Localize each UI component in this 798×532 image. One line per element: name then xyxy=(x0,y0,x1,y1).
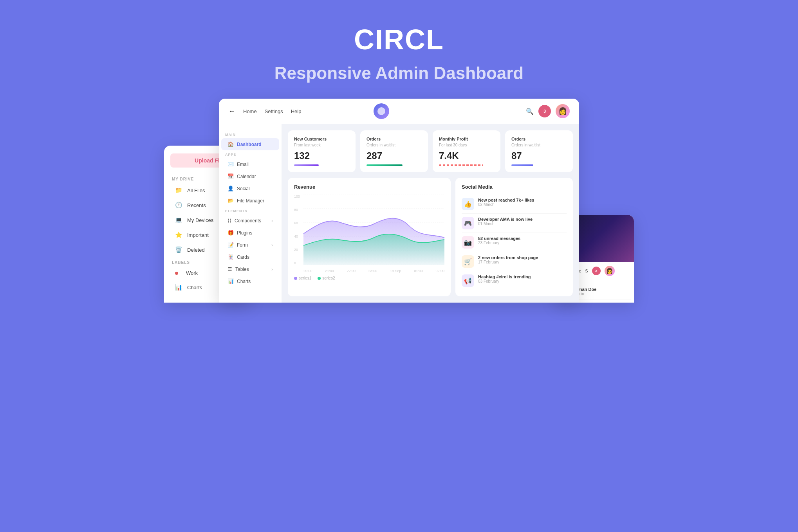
stat-sub-3: Orders in waitlist xyxy=(511,143,567,147)
components-icon: ⟨⟩ xyxy=(227,218,231,224)
social-item-1[interactable]: 🎮 Developer AMA is now live 01 March xyxy=(462,214,567,233)
sidebar-item-charts[interactable]: 📊 Charts xyxy=(221,275,279,287)
back-button[interactable]: ← xyxy=(228,107,235,115)
chart-x-labels: 20:00 21:00 22:00 23:00 19 Sep 01:00 02:… xyxy=(303,269,444,273)
legend-series2: series2 xyxy=(318,276,335,280)
stat-bar-1 xyxy=(367,164,403,166)
hero-subtitle: Responsive Admin Dashboard xyxy=(8,63,790,83)
tables-icon: ☰ xyxy=(227,266,232,272)
social-text-0: New post reached 7k+ likes 02 March xyxy=(478,198,534,207)
main-content: New Customers From last week 132 Orders … xyxy=(282,124,579,303)
calendar-icon: 📅 xyxy=(227,173,234,179)
trash-icon: 🗑️ xyxy=(175,246,182,253)
logo xyxy=(374,103,389,119)
social-icon-1: 🎮 xyxy=(462,217,474,229)
revenue-chart-svg xyxy=(303,195,444,265)
social-icon-0: 👍 xyxy=(462,198,474,210)
stat-bar-2 xyxy=(439,164,483,166)
files-icon: 📂 xyxy=(227,198,234,204)
stat-value-2: 7.4K xyxy=(439,150,459,161)
sidebar-item-cards[interactable]: 🃏 Cards xyxy=(221,251,279,263)
social-text-4: Hashtag #circl is trending 03 February xyxy=(478,274,531,283)
right-actions: 🔍 3 👩 xyxy=(526,104,570,118)
folder-icon: 📁 xyxy=(175,187,182,194)
series2-dot xyxy=(318,277,321,280)
bottom-row: Revenue 100 80 60 40 20 0 xyxy=(288,178,573,296)
social-item-2[interactable]: 📷 52 unread messages 23 February xyxy=(462,233,567,252)
stat-value-0: 132 xyxy=(294,150,310,161)
sidebar-item-form[interactable]: 📝 Form xyxy=(221,239,279,251)
social-icon-2: 📷 xyxy=(462,236,474,249)
search-icon[interactable]: 🔍 xyxy=(526,108,534,115)
nav-settings[interactable]: Settings xyxy=(265,108,283,114)
sidebar-item-plugins[interactable]: 🎁 Plugins xyxy=(221,227,279,239)
stat-title-0: New Customers xyxy=(294,137,349,141)
series1-dot xyxy=(294,277,297,280)
stat-title-1: Orders xyxy=(367,137,422,141)
social-title: Social Media xyxy=(462,184,567,190)
social-item-3[interactable]: 🛒 2 new orders from shop page 17 Februar… xyxy=(462,252,567,271)
social-icon-3: 🛒 xyxy=(462,255,474,268)
nav-links: Home Settings Help xyxy=(243,108,301,114)
stat-card-2: Monthly Profit For last 30 days 7.4K xyxy=(433,130,500,172)
cards-icon: 🃏 xyxy=(227,254,234,260)
social-item-4[interactable]: 📢 Hashtag #circl is trending 03 February xyxy=(462,271,567,290)
hero-section: CIRCL Responsive Admin Dashboard xyxy=(0,0,798,99)
notif-badge-right[interactable]: 3 xyxy=(592,267,601,275)
dash-body: Main 🏠 Dashboard Apps ✉️ Email 📅 Calenda… xyxy=(219,124,579,303)
sidebar-item-filemanager[interactable]: 📂 File Manager xyxy=(221,195,279,207)
stat-sub-2: For last 30 days xyxy=(439,143,494,147)
stat-card-3: Orders Orders in waitlist 87 xyxy=(505,130,573,172)
settings-link-right[interactable]: S xyxy=(585,269,588,273)
clock-icon: 🕐 xyxy=(175,202,182,209)
sidebar-item-components[interactable]: ⟨⟩ Components xyxy=(221,215,279,227)
notification-badge[interactable]: 3 xyxy=(538,105,551,117)
chart-y-labels: 100 80 60 40 20 0 xyxy=(294,195,303,265)
main-dashboard: ← Home Settings Help 🔍 3 👩 Main 🏠 xyxy=(219,99,579,303)
stat-row-2: 7.4K xyxy=(439,150,494,161)
legend-row: series1 series2 xyxy=(294,276,444,280)
sidebar-item-email[interactable]: ✉️ Email xyxy=(221,158,279,170)
stat-title-2: Monthly Profit xyxy=(439,137,494,141)
revenue-card: Revenue 100 80 60 40 20 0 xyxy=(288,178,451,296)
sidebar-item-dashboard[interactable]: 🏠 Dashboard xyxy=(221,138,279,150)
stat-sub-0: From last week xyxy=(294,143,349,147)
chart-icon: 📊 xyxy=(175,284,182,291)
nav-home[interactable]: Home xyxy=(243,108,257,114)
dashboard-preview: Upload Fi MY DRIVE 📁 All Files 🕐 Recents… xyxy=(164,99,634,303)
social-icon-4: 📢 xyxy=(462,274,474,287)
stat-bar-3 xyxy=(511,164,533,166)
sidebar-item-tables[interactable]: ☰ Tables xyxy=(221,263,279,275)
stat-bar-0 xyxy=(294,164,319,166)
sidebar-item-social[interactable]: 👤 Social xyxy=(221,182,279,195)
main-section-label: Main xyxy=(219,130,282,138)
social-text-3: 2 new orders from shop page 17 February xyxy=(478,255,538,264)
stat-title-3: Orders xyxy=(511,137,567,141)
stat-row-1: 287 xyxy=(367,150,422,161)
legend-series1: series1 xyxy=(294,276,311,280)
device-icon: 💻 xyxy=(175,216,182,224)
stat-sub-1: Orders in waitlist xyxy=(367,143,422,147)
star-icon: ⭐ xyxy=(175,231,182,238)
social-item-0[interactable]: 👍 New post reached 7k+ likes 02 March xyxy=(462,195,567,214)
chart-container: 100 80 60 40 20 0 xyxy=(294,195,444,273)
social-icon: 👤 xyxy=(227,186,234,191)
revenue-title: Revenue xyxy=(294,184,444,190)
email-icon: ✉️ xyxy=(227,161,234,167)
avatar[interactable]: 👩 xyxy=(556,104,570,118)
stat-row-3: 87 xyxy=(511,150,567,161)
home-icon: 🏠 xyxy=(227,141,234,147)
apps-section-label: Apps xyxy=(219,150,282,158)
social-text-2: 52 unread messages 23 February xyxy=(478,236,520,245)
sidebar-item-calendar[interactable]: 📅 Calendar xyxy=(221,170,279,182)
stat-card-1: Orders Orders in waitlist 287 xyxy=(360,130,428,172)
stat-card-0: New Customers From last week 132 xyxy=(288,130,356,172)
stats-row: New Customers From last week 132 Orders … xyxy=(288,130,573,172)
nav-help[interactable]: Help xyxy=(291,108,302,114)
social-card: Social Media 👍 New post reached 7k+ like… xyxy=(455,178,573,296)
stat-value-3: 87 xyxy=(511,150,522,161)
sidebar: Main 🏠 Dashboard Apps ✉️ Email 📅 Calenda… xyxy=(219,124,282,303)
red-dot-icon xyxy=(175,272,178,275)
avatar-right[interactable]: 👩 xyxy=(605,266,615,276)
social-text-1: Developer AMA is now live 01 March xyxy=(478,217,533,226)
